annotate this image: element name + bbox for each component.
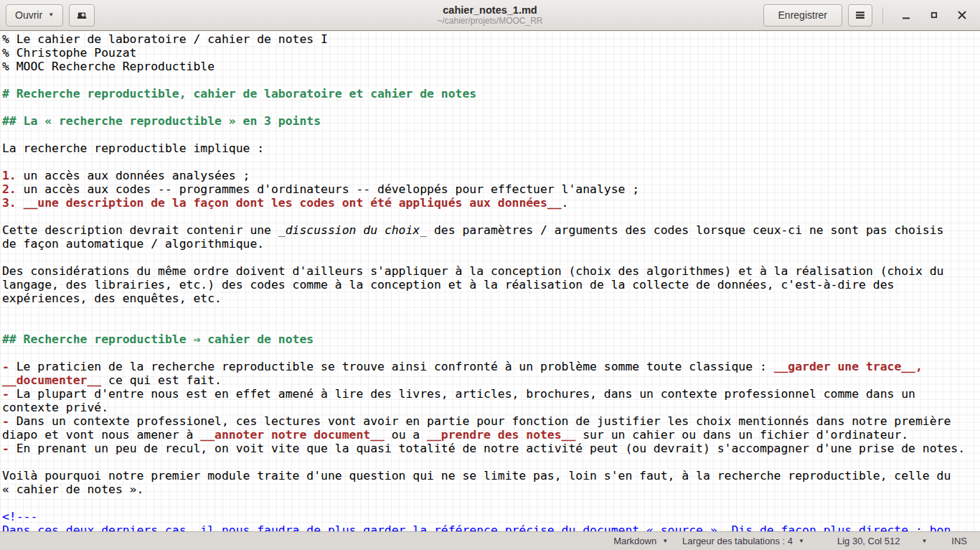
headerbar: Ouvrir ▼ cahier_notes_1.md ~/cahier/proj… [0,0,980,31]
text-segment: 1. [2,169,17,182]
document-title: cahier_notes_1.md [437,4,542,17]
text-segment [17,196,24,210]
text-segment: ce qui est fait. [101,373,222,387]
editor-line [2,455,980,469]
text-segment: _discussion du choix_ [278,223,427,237]
editor-line: Voilà pourquoi notre premier module trai… [2,469,980,483]
text-segment: Des considérations du même ordre doivent… [2,264,943,278]
text-segment: <!--- [2,510,37,523]
editor-line: 3. __une description de la façon dont le… [2,196,980,210]
editor-line: Cette description devrait contenir une _… [2,223,980,237]
headerbar-right: Enregistrer [763,4,971,27]
text-segment: La plupart d'entre nous est en effet ame… [9,387,915,401]
editor-line: % MOOC Recherche Reproductible [2,60,980,73]
text-segment: La recherche reproductible implique : [2,141,264,155]
text-segment: diapo et vont nous amener à [2,428,200,442]
text-segment: Voilà pourquoi notre premier module trai… [2,469,951,483]
editor-line: % Christophe Pouzat [2,46,980,60]
editor-line [2,346,980,360]
text-segment: un accès aux données analysées ; [17,169,250,182]
text-segment: expériences, des enquêtes, etc. [2,292,222,305]
editor-line: Des considérations du même ordre doivent… [2,264,980,278]
editor-line [2,73,980,87]
text-segment: langage, des librairies, etc.) des codes… [2,278,894,292]
text-segment: ## Recherche reproductible ⇒ cahier de n… [2,332,314,346]
chevron-down-icon: ▼ [798,539,804,544]
text-segment: __prendre des notes__ [427,428,575,442]
chevron-down-icon: ▼ [48,12,54,18]
editor-line: diapo et vont nous amener à __annoter no… [2,428,980,442]
text-segment: # Recherche reproductible, cahier de lab… [2,87,476,101]
new-document-icon [76,9,88,21]
text-segment: __documenter__ [2,373,101,387]
editor-line [2,251,980,264]
language-selector-label: Markdown [613,536,656,546]
chevron-down-icon: ▼ [921,539,927,544]
text-segment: sur un cahier ou dans un fichier d'ordin… [575,428,908,442]
maximize-button[interactable] [925,6,943,24]
text-segment: Dans un contexte professionel, ces lectu… [9,414,951,428]
cursor-position-label: Lig 30, Col 512 [837,536,900,546]
editor-line: La recherche reproductible implique : [2,141,980,155]
editor-line: langage, des librairies, etc.) des codes… [2,278,980,292]
editor-line: # Recherche reproductible, cahier de lab… [2,87,980,101]
text-segment: ou a [385,428,427,442]
editor-line: - Le praticien de la recherche reproduct… [2,360,980,373]
editor-line: % Le cahier de laboratoire / cahier de n… [2,32,980,46]
text-segment: __garder une trace__, [774,360,923,373]
text-segment: ## La « recherche reproductible » en 3 p… [2,114,321,128]
editor-line: <!--- [2,510,980,523]
editor-line: Dans ces deux derniers cas, il nous faud… [2,523,980,531]
minimize-icon [900,9,912,21]
text-segment: Dans ces deux derniers cas, il nous faud… [2,523,951,531]
tab-width-label: Largeur des tabulations : 4 [682,536,793,546]
editor-line: - Dans un contexte professionel, ces lec… [2,414,980,428]
editor-line: - La plupart d'entre nous est en effet a… [2,387,980,401]
editor-line [2,101,980,114]
editor-line [2,496,980,510]
text-segment: 2. [2,182,17,196]
new-document-button[interactable] [69,4,95,27]
close-button[interactable] [953,6,971,24]
editor-line [2,210,980,223]
editor-line: 2. un accès aux codes -- programmes d'or… [2,182,980,196]
text-segment: contexte privé. [2,401,108,414]
editor-content: % Le cahier de laboratoire / cahier de n… [2,32,980,531]
hamburger-menu-icon [854,9,866,21]
text-segment: 3. [2,196,17,210]
open-button[interactable]: Ouvrir ▼ [6,4,63,27]
document-path: ~/cahier/projets/MOOC_RR [437,16,542,26]
minimize-button[interactable] [897,6,915,24]
headerbar-separator [882,7,883,23]
editor-line: 1. un accès aux données analysées ; [2,169,980,182]
editor-line [2,128,980,141]
text-segment: un accès aux codes -- programmes d'ordin… [17,182,639,196]
close-icon [956,9,968,21]
editor-line: de façon automatique / algorithmique. [2,237,980,251]
editor-area[interactable]: % Le cahier de laboratoire / cahier de n… [0,31,980,531]
editor-line: expériences, des enquêtes, etc. [2,292,980,305]
editor-line [2,155,980,169]
save-button[interactable]: Enregistrer [763,4,842,27]
text-segment: % MOOC Recherche Reproductible [2,60,215,73]
text-segment: - [2,414,9,428]
editor-line: - En prenant un peu de recul, on voit vi… [2,442,980,455]
window-title-area: cahier_notes_1.md ~/cahier/projets/MOOC_… [437,4,542,26]
text-segment: __une description de la façon dont les c… [24,196,562,210]
tab-width-selector[interactable]: Largeur des tabulations : 4 ▼ [682,536,804,546]
gedit-window: Ouvrir ▼ cahier_notes_1.md ~/cahier/proj… [0,0,980,550]
insert-mode-indicator: INS [951,536,967,546]
editor-line [2,305,980,319]
editor-line: __documenter__ ce qui est fait. [2,373,980,387]
maximize-icon [928,9,940,21]
menu-button[interactable] [848,4,872,27]
editor-line: ## La « recherche reproductible » en 3 p… [2,114,980,128]
language-selector[interactable]: Markdown ▼ [613,536,668,546]
text-segment: % Christophe Pouzat [2,46,137,60]
editor-line: « cahier de notes ». [2,483,980,496]
cursor-position-selector[interactable]: Lig 30, Col 512 ▼ [837,536,927,546]
headerbar-left: Ouvrir ▼ [6,4,95,27]
text-segment: de façon automatique / algorithmique. [2,237,264,251]
text-segment: des paramètres / arguments des codes lor… [427,223,943,237]
text-segment: - [2,442,9,455]
